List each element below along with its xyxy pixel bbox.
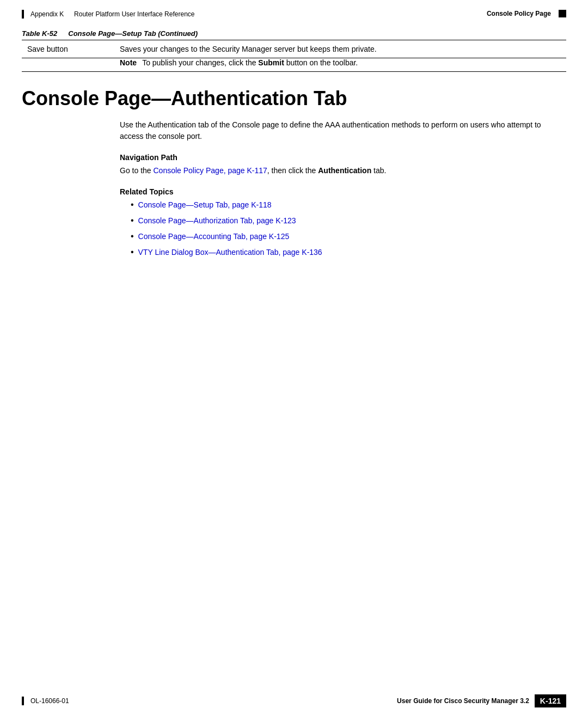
table-label: Table K-52 Console Page—Setup Tab (Conti… xyxy=(22,29,566,40)
table-cell-label: Save button xyxy=(22,40,114,58)
table-row-note: Note To publish your changes, click the … xyxy=(22,58,566,72)
table-row-save: Save button Saves your changes to the Se… xyxy=(22,40,566,58)
header-right: Console Policy Page xyxy=(487,10,566,17)
table-number: Table K-52 xyxy=(22,29,57,38)
page-number: K-121 xyxy=(535,694,566,707)
note-text: To publish your changes, click the Submi… xyxy=(142,58,358,67)
section-heading: Console Page—Authentication Tab xyxy=(22,87,566,109)
page-footer: OL-16066-01 User Guide for Cisco Securit… xyxy=(0,688,588,714)
nav-prefix: Go to the xyxy=(120,166,153,175)
header-left-bar xyxy=(22,10,24,19)
footer-left: OL-16066-01 xyxy=(22,697,69,705)
list-item: Console Page—Authorization Tab, page K-1… xyxy=(131,215,566,227)
nav-bold: Authentication xyxy=(318,166,371,175)
related-links-list: Console Page—Setup Tab, page K-118 Conso… xyxy=(22,199,566,258)
list-item: VTY Line Dialog Box—Authentication Tab, … xyxy=(131,247,566,258)
header-right-bar xyxy=(559,10,566,17)
nav-path-heading: Navigation Path xyxy=(22,153,566,162)
section-description: Use the Authentication tab of the Consol… xyxy=(22,119,566,142)
note-cell: Note To publish your changes, click the … xyxy=(120,58,561,67)
note-label: Note xyxy=(120,58,137,67)
related-topics-heading: Related Topics xyxy=(22,187,566,196)
footer-right: User Guide for Cisco Security Manager 3.… xyxy=(397,694,566,707)
related-link-1[interactable]: Console Page—Setup Tab, page K-118 xyxy=(138,199,272,211)
related-link-4[interactable]: VTY Line Dialog Box—Authentication Tab, … xyxy=(138,247,322,258)
header-right-title: Console Policy Page xyxy=(487,10,551,17)
header-left: Appendix K Router Platform User Interfac… xyxy=(22,10,195,19)
nav-path-text: Go to the Console Policy Page, page K-11… xyxy=(22,165,566,176)
list-item: Console Page—Accounting Tab, page K-125 xyxy=(131,231,566,242)
main-content: Table K-52 Console Page—Setup Tab (Conti… xyxy=(0,24,588,258)
table-cell-description: Saves your changes to the Security Manag… xyxy=(114,40,566,58)
content-table: Save button Saves your changes to the Se… xyxy=(22,40,566,72)
nav-path-link[interactable]: Console Policy Page, page K-117 xyxy=(153,166,267,175)
footer-guide: User Guide for Cisco Security Manager 3.… xyxy=(397,697,529,705)
table-cell-note: Note To publish your changes, click the … xyxy=(114,58,566,72)
list-item: Console Page—Setup Tab, page K-118 xyxy=(131,199,566,211)
appendix-label: Appendix K xyxy=(30,10,64,18)
table-title: Console Page—Setup Tab (Continued) xyxy=(68,29,198,38)
appendix-title: Router Platform User Interface Reference xyxy=(74,10,194,18)
page-container: Appendix K Router Platform User Interfac… xyxy=(0,0,588,714)
page-header: Appendix K Router Platform User Interfac… xyxy=(0,0,588,24)
footer-left-bar xyxy=(22,697,24,705)
nav-end: tab. xyxy=(371,166,386,175)
footer-doc-id: OL-16066-01 xyxy=(30,697,69,705)
related-link-2[interactable]: Console Page—Authorization Tab, page K-1… xyxy=(138,215,296,227)
nav-suffix: , then click the xyxy=(267,166,318,175)
related-link-3[interactable]: Console Page—Accounting Tab, page K-125 xyxy=(138,231,290,242)
